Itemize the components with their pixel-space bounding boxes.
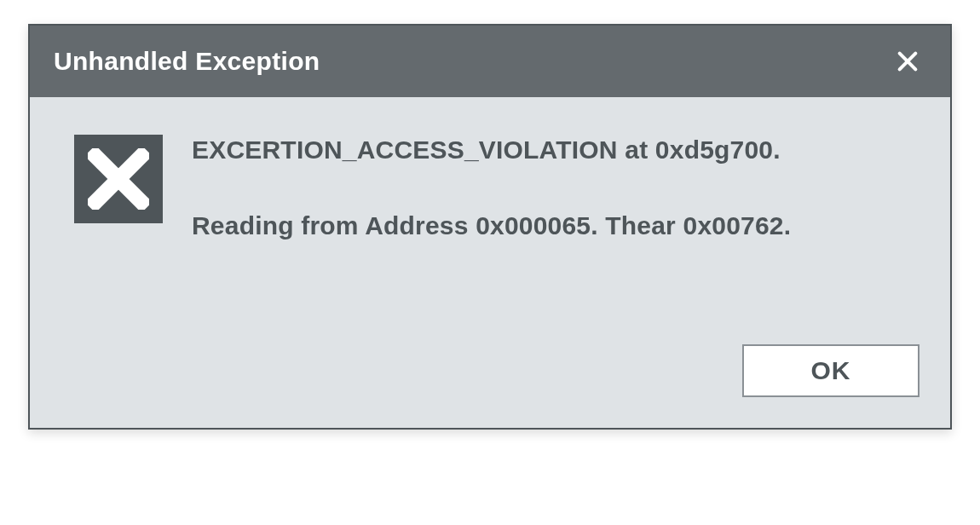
dialog-content: EXCERTION_ACCESS_VIOLATION at 0xd5g700. … <box>30 97 950 268</box>
button-row: OK <box>30 268 950 428</box>
close-button[interactable] <box>891 44 925 78</box>
ok-button[interactable]: OK <box>742 344 919 397</box>
error-message-line: EXCERTION_ACCESS_VIOLATION at 0xd5g700. <box>192 133 921 166</box>
error-dialog: Unhandled Exception EXCERTION_ACCESS_VIO… <box>28 24 952 430</box>
error-messages: EXCERTION_ACCESS_VIOLATION at 0xd5g700. … <box>192 131 921 242</box>
error-icon <box>74 135 163 223</box>
close-icon <box>896 49 919 73</box>
titlebar: Unhandled Exception <box>30 26 950 97</box>
error-message-line: Reading from Address 0x000065. Thear 0x0… <box>192 209 921 242</box>
dialog-title: Unhandled Exception <box>54 47 320 76</box>
